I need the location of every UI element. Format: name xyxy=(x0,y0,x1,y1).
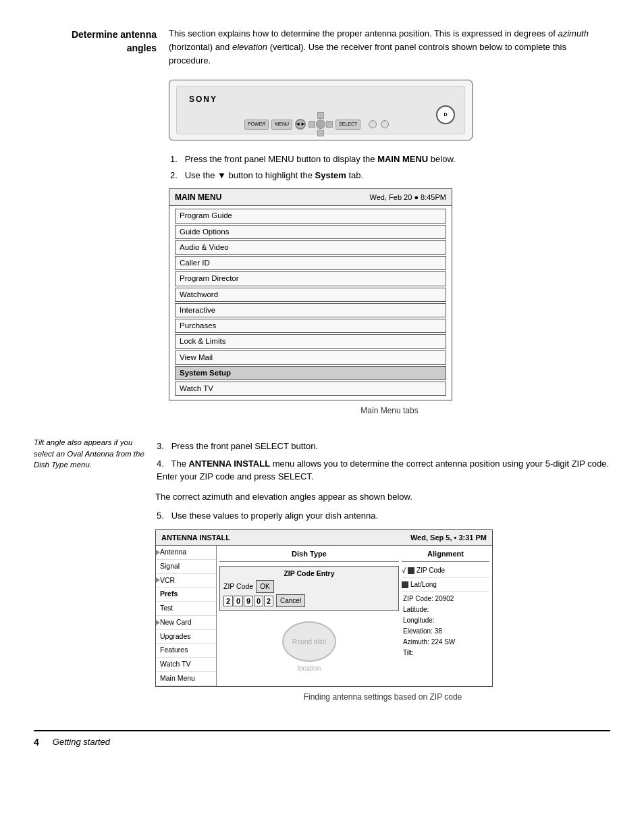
step-4: 4. The ANTENNA INSTALL menu allows you t… xyxy=(155,457,610,484)
device-led-2 xyxy=(381,120,389,128)
menu-items-list: Program Guide Guide Options Audio & Vide… xyxy=(169,206,452,400)
tab-watch-tv: Watch TV xyxy=(156,658,216,672)
step-4-text: The ANTENNA INSTALL menu allows you to d… xyxy=(157,459,609,482)
tab-prefs: Prefs xyxy=(156,588,216,602)
device-select-btn: SELECT xyxy=(336,120,360,130)
menu-header: MAIN MENU Wed, Feb 20 ● 8:45PM xyxy=(169,189,452,206)
step-4-number: 4. xyxy=(157,459,169,469)
menu-item-purchases: Purchases xyxy=(175,319,446,333)
tab-antenna: Antenna xyxy=(156,546,216,560)
latlong-row: Lat/Long xyxy=(402,578,489,592)
menu-datetime: Wed, Feb 20 ● 8:45PM xyxy=(370,192,446,203)
latlong-black-square xyxy=(402,581,408,588)
antenna-datetime: Wed, Sep 5, • 3:31 PM xyxy=(410,532,487,544)
alignment-data: ZIP Code: 20902 Latitude: Longitude: Ele… xyxy=(402,592,489,660)
tab-vcr: VCR xyxy=(156,574,216,588)
step-5-number: 5. xyxy=(157,511,169,521)
section-intro: Determine antenna angles This section ex… xyxy=(34,27,610,423)
device-body: SONY POWER MENU ◄► SELECT xyxy=(176,86,465,134)
footer-section-label: Getting started xyxy=(53,737,110,747)
zip-digit-2: 0 xyxy=(234,596,243,606)
menu-item-guide-options: Guide Options xyxy=(175,225,446,239)
tilt-result: Tilt: xyxy=(403,648,488,658)
antenna-content-columns: ZIP Code Entry ZIP Code OK 2 0 9 xyxy=(219,564,489,677)
device-led-indicators xyxy=(369,120,389,128)
tab-new-card: New Card xyxy=(156,616,216,630)
main-menu-screenshot: MAIN MENU Wed, Feb 20 ● 8:45PM Program G… xyxy=(169,188,452,400)
intro-paragraph: This section explains how to determine t… xyxy=(169,27,610,68)
antenna-install-screenshot: ANTENNA INSTALL Wed, Sep 5, • 3:31 PM An… xyxy=(155,529,493,687)
tab-upgrades: Upgrades xyxy=(156,630,216,644)
device-dpad xyxy=(308,112,333,136)
tab-main-menu: Main Menu xyxy=(156,672,216,686)
menu-item-view-mail: View Mail xyxy=(175,350,446,365)
dpad-center xyxy=(316,120,325,129)
azimuth-result: Azimuth: 224 SW xyxy=(403,637,488,648)
zip-code-checkbox-row: √ ZIP Code xyxy=(402,564,489,579)
step-3-text: Press the front panel SELECT button. xyxy=(171,441,318,451)
device-led-1 xyxy=(369,120,377,128)
zip-code-result: ZIP Code: 20902 xyxy=(403,594,488,604)
zip-digit-3: 9 xyxy=(244,596,253,606)
zip-entry-box: ZIP Code Entry ZIP Code OK 2 0 9 xyxy=(219,566,399,612)
elevation-result: Elevation: 38 xyxy=(403,626,488,637)
correct-angles-text: The correct azimuth and elevation angles… xyxy=(155,490,610,504)
tab-signal: Signal xyxy=(156,560,216,574)
menu-title: MAIN MENU xyxy=(175,191,221,203)
antenna-col-headers: Dish Type Alignment xyxy=(219,548,489,562)
zip-code-label: ZIP Code xyxy=(223,581,253,592)
menu-item-watch-tv: Watch TV xyxy=(175,382,446,396)
page-footer: 4 Getting started xyxy=(34,730,610,748)
dish-type-column: ZIP Code Entry ZIP Code OK 2 0 9 xyxy=(219,564,399,677)
menu-item-caller-id: Caller ID xyxy=(175,256,446,270)
step-2: 2. Use the ▼ button to highlight the Sys… xyxy=(169,169,610,182)
zip-entry-label: ZIP Code Entry xyxy=(223,569,395,579)
menu-item-lock-limits: Lock & Limits xyxy=(175,334,446,348)
antenna-title: ANTENNA INSTALL xyxy=(161,532,230,544)
sony-device-image: SONY POWER MENU ◄► SELECT xyxy=(169,80,473,140)
dish-area: Round dish location xyxy=(219,613,399,676)
step-1: 1. Press the front panel MENU button to … xyxy=(169,153,610,166)
section-title: Determine antenna angles xyxy=(72,29,157,53)
dpad-left-arrow xyxy=(308,121,315,128)
dish-location-label: location xyxy=(298,663,321,673)
alignment-header: Alignment xyxy=(402,548,489,562)
dish-type-header: Dish Type xyxy=(219,548,399,562)
menu-item-watchword: Watchword xyxy=(175,288,446,302)
menu-item-program-guide: Program Guide xyxy=(175,209,446,223)
antenna-caption: Finding antenna settings based on ZIP co… xyxy=(155,691,610,703)
zip-digit-1: 2 xyxy=(223,596,233,606)
zip-cancel-button[interactable]: Cancel xyxy=(276,594,305,607)
dpad-down-arrow xyxy=(317,130,324,136)
antenna-sidebar: Antenna Signal VCR Prefs Test New Card U… xyxy=(156,546,217,686)
step-3-number: 3. xyxy=(157,441,169,451)
main-menu-caption: Main Menu tabs xyxy=(169,405,610,417)
device-menu-btn: MENU xyxy=(271,120,292,130)
section-intro-text: This section explains how to determine t… xyxy=(169,27,610,423)
zip-digits-row: 2 0 9 0 2 Cancel xyxy=(223,594,395,607)
zip-code-align-label: ZIP Code xyxy=(417,565,445,575)
device-knob: ◄► xyxy=(295,119,306,130)
zip-digit-4: 0 xyxy=(254,596,263,606)
step-5-text: Use these values to properly align your … xyxy=(171,511,378,521)
zip-row: ZIP Code OK xyxy=(223,580,395,593)
steps-3-4-content: 3. Press the front panel SELECT button. … xyxy=(155,437,610,709)
latitude-result: Latitude: xyxy=(403,604,488,615)
menu-item-audio-video: Audio & Video xyxy=(175,240,446,255)
zip-ok-button[interactable]: OK xyxy=(256,580,273,593)
menu-item-system-setup: System Setup xyxy=(175,366,446,380)
alignment-column: √ ZIP Code Lat/Long ZIP Code: 20902 Lati… xyxy=(402,564,489,677)
step-5: 5. Use these values to properly align yo… xyxy=(155,509,610,523)
page-number: 4 xyxy=(34,737,39,748)
step-3: 3. Press the front panel SELECT button. xyxy=(155,440,610,453)
tab-features: Features xyxy=(156,644,216,658)
dpad-right-arrow xyxy=(326,121,333,128)
longitude-result: Longitude: xyxy=(403,615,488,626)
zip-digit-5: 2 xyxy=(264,596,273,606)
dpad-up-arrow xyxy=(317,112,324,119)
antenna-main-content: Dish Type Alignment ZIP Code Entry ZIP C… xyxy=(217,546,492,686)
device-controls: POWER MENU ◄► SELECT xyxy=(244,112,410,136)
menu-item-program-director: Program Director xyxy=(175,271,446,286)
dish-oval-image: Round dish xyxy=(282,621,336,662)
zip-code-display: 2 0 9 0 2 xyxy=(223,596,273,606)
